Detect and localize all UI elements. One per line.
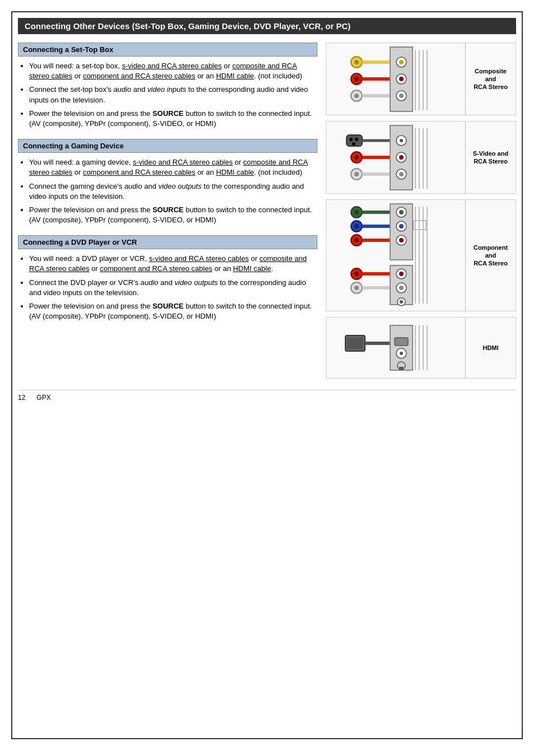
svideo-label-text: S-Video and RCA Stereo xyxy=(473,150,508,166)
text-audio3: audio xyxy=(140,278,158,287)
footer-brand: GPX xyxy=(36,394,50,402)
link-svideo-rca: s-video and RCA stereo cables xyxy=(122,62,222,70)
main-content: Connecting a Set-Top Box You will need: … xyxy=(18,43,516,379)
text-source: SOURCE xyxy=(152,109,184,118)
link-component-rca: component and RCA stereo cables xyxy=(83,72,195,80)
svg-point-82 xyxy=(400,352,403,355)
svg-point-55 xyxy=(399,224,404,228)
svg-rect-84 xyxy=(399,367,404,370)
svg-point-22 xyxy=(355,138,358,141)
svg-point-15 xyxy=(399,94,404,98)
svg-point-53 xyxy=(399,210,404,214)
section-title-gaming-device: Connecting a Gaming Device xyxy=(18,139,317,153)
composite-svg xyxy=(340,44,452,114)
text-video-outputs2: video outputs xyxy=(175,278,218,287)
section-set-top-box: Connecting a Set-Top Box You will need: … xyxy=(18,43,317,129)
svg-point-35 xyxy=(399,155,404,160)
list-item: Connect the set-top box's audio and vide… xyxy=(29,85,317,105)
text-video-outputs: video outputs xyxy=(158,182,202,190)
svg-point-49 xyxy=(354,238,359,242)
section-dvd-vcr: Connecting a DVD Player or VCR You will … xyxy=(18,235,317,321)
link-hdmi3: HDMI cable xyxy=(233,264,271,273)
diagram-hdmi: HDMI xyxy=(326,317,516,379)
svg-point-46 xyxy=(354,224,359,228)
section-gaming-device: Connecting a Gaming Device You will need… xyxy=(18,139,317,225)
svg-point-11 xyxy=(399,60,404,64)
list-item: You will need: a DVD player or VCR, s-vi… xyxy=(29,254,317,274)
diagram-hdmi-visual xyxy=(326,318,465,378)
section-list-gaming-device: You will need: a gaming device, s-video … xyxy=(18,157,317,225)
svg-point-69 xyxy=(399,286,404,290)
list-item: You will need: a set-top box, s-video an… xyxy=(29,61,317,81)
list-item: You will need: a gaming device, s-video … xyxy=(29,157,317,178)
svg-point-75 xyxy=(400,300,403,304)
diagram-component: Component and RCA Stereo xyxy=(326,199,516,311)
composite-label-text: Composite and RCA Stereo xyxy=(469,67,513,91)
diagram-svideo: S-Video and RCA Stereo xyxy=(326,121,516,194)
link-hdmi2: HDMI cable xyxy=(216,168,254,176)
diagram-svideo-visual xyxy=(326,122,465,193)
text-video-inputs: video inputs xyxy=(147,85,186,94)
svg-point-67 xyxy=(399,272,404,276)
diagram-hdmi-label: HDMI xyxy=(465,318,516,378)
section-title-dvd-vcr: Connecting a DVD Player or VCR xyxy=(18,235,317,249)
section-list-set-top-box: You will need: a set-top box, s-video an… xyxy=(18,61,317,129)
page-container: Connecting Other Devices (Set-Top Box, G… xyxy=(11,11,523,739)
page-footer: 12 GPX xyxy=(18,390,516,402)
diagram-component-label: Component and RCA Stereo xyxy=(465,200,516,311)
list-item: Power the television on and press the SO… xyxy=(29,109,317,129)
component-label-text: Component and RCA Stereo xyxy=(469,244,513,268)
svg-point-26 xyxy=(354,155,359,160)
svg-rect-77 xyxy=(347,338,363,349)
diagram-svideo-label: S-Video and RCA Stereo xyxy=(465,122,516,193)
hdmi-label-text: HDMI xyxy=(483,344,498,352)
list-item: Connect the gaming device's audio and vi… xyxy=(29,181,317,202)
list-item: Power the television on and press the SO… xyxy=(29,205,317,225)
section-title-set-top-box: Connecting a Set-Top Box xyxy=(18,43,317,57)
left-column: Connecting a Set-Top Box You will need: … xyxy=(18,43,317,379)
svideo-svg xyxy=(340,123,452,193)
svg-point-37 xyxy=(399,172,404,176)
text-audio2: audio xyxy=(124,182,142,190)
svg-point-60 xyxy=(354,272,359,276)
svg-point-21 xyxy=(349,138,353,141)
svg-point-23 xyxy=(352,142,355,146)
list-item: Connect the DVD player or VCR's audio an… xyxy=(29,278,317,298)
link-component-rca2: component and RCA stereo cables xyxy=(83,168,195,176)
svg-point-13 xyxy=(399,77,404,81)
diagram-composite-visual xyxy=(326,43,465,115)
page-title: Connecting Other Devices (Set-Top Box, G… xyxy=(18,18,516,34)
link-svideo-rca3: s-video and RCA stereo cables xyxy=(149,254,249,263)
hdmi-svg xyxy=(340,320,452,376)
right-column: Composite and RCA Stereo xyxy=(326,43,516,379)
svg-point-43 xyxy=(354,210,359,214)
diagram-composite: Composite and RCA Stereo xyxy=(326,43,516,115)
link-component-rca3: component and RCA stereo cables xyxy=(100,264,212,273)
svg-point-29 xyxy=(354,172,359,176)
text-audio: audio xyxy=(114,85,132,94)
svg-point-33 xyxy=(400,139,403,142)
text-source2: SOURCE xyxy=(152,206,184,214)
svg-rect-79 xyxy=(390,325,413,370)
footer-page-number: 12 xyxy=(18,394,25,402)
diagram-composite-label: Composite and RCA Stereo xyxy=(465,43,516,115)
section-list-dvd-vcr: You will need: a DVD player or VCR, s-vi… xyxy=(18,254,317,321)
link-hdmi: HDMI cable xyxy=(216,72,254,80)
svg-point-63 xyxy=(354,286,359,290)
diagram-component-visual xyxy=(326,200,465,311)
svg-point-7 xyxy=(354,94,359,98)
svg-point-4 xyxy=(354,77,359,81)
svg-point-57 xyxy=(399,238,404,242)
list-item: Power the television on and press the SO… xyxy=(29,301,317,321)
svg-point-1 xyxy=(354,60,359,64)
link-svideo-rca2: s-video and RCA stereo cables xyxy=(133,158,232,166)
text-source3: SOURCE xyxy=(152,302,184,310)
svg-rect-80 xyxy=(395,338,408,346)
component-svg xyxy=(340,201,452,310)
